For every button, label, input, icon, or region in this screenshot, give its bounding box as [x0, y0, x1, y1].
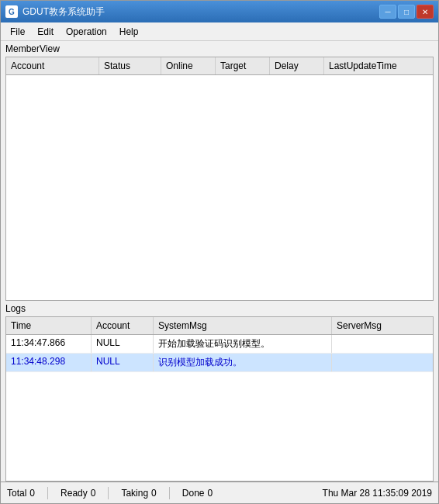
menu-help[interactable]: Help [113, 25, 145, 39]
ready-value: 0 [91, 488, 96, 499]
col-status: Status [99, 57, 161, 74]
title-bar-left: G GDUT教务系统助手 [5, 5, 105, 19]
member-table-header: Account Status Online Target Delay LastU… [6, 57, 433, 75]
status-total: Total 0 [7, 488, 35, 499]
col-account: Account [6, 57, 99, 74]
log-col-time: Time [6, 317, 92, 334]
col-online: Online [161, 57, 216, 74]
col-delay: Delay [270, 57, 324, 74]
ready-label: Ready [60, 488, 88, 499]
menu-operation[interactable]: Operation [60, 25, 113, 39]
member-table-body [6, 75, 433, 300]
log-cell: NULL [92, 354, 154, 371]
status-taking: Taking 0 [121, 488, 156, 499]
col-target: Target [216, 57, 270, 74]
status-ready: Ready 0 [60, 488, 95, 499]
status-bar: Total 0 Ready 0 Taking 0 Done 0 Thu Mar … [1, 482, 438, 503]
taking-value: 0 [151, 488, 157, 499]
log-cell: 识别模型加载成功。 [154, 354, 332, 371]
title-bar: G GDUT教务系统助手 ─ □ ✕ [1, 1, 438, 22]
status-datetime: Thu Mar 28 11:35:09 2019 [323, 488, 432, 499]
datetime-text: Thu Mar 28 11:35:09 2019 [323, 488, 432, 499]
done-value: 0 [207, 488, 213, 499]
member-view-section: MemberView Account Status Online Target … [1, 41, 438, 301]
minimize-button[interactable]: ─ [379, 5, 396, 19]
log-cell [332, 335, 433, 353]
member-table: Account Status Online Target Delay LastU… [5, 57, 434, 301]
log-col-account: Account [92, 317, 154, 334]
close-button[interactable]: ✕ [417, 5, 434, 19]
log-cell: 开始加载验证码识别模型。 [154, 335, 332, 353]
log-row: 11:34:48.298NULL识别模型加载成功。 [6, 354, 433, 372]
total-label: Total [7, 488, 26, 499]
log-cell: 11:34:48.298 [6, 354, 92, 371]
menu-file[interactable]: File [4, 25, 31, 39]
status-done: Done 0 [182, 488, 213, 499]
log-row: 11:34:47.866NULL开始加载验证码识别模型。 [6, 335, 433, 354]
log-col-systemmsg: SystemMsg [154, 317, 332, 334]
logs-section: Logs Time Account SystemMsg ServerMsg 11… [1, 301, 438, 482]
taking-label: Taking [121, 488, 148, 499]
log-cell: 11:34:47.866 [6, 335, 92, 353]
window-title: GDUT教务系统助手 [22, 5, 105, 19]
logs-table-header: Time Account SystemMsg ServerMsg [6, 317, 433, 335]
log-col-servermsg: ServerMsg [332, 317, 433, 334]
done-label: Done [182, 488, 205, 499]
maximize-button[interactable]: □ [398, 5, 415, 19]
member-view-label: MemberView [1, 41, 438, 57]
divider-3 [169, 487, 170, 499]
divider-1 [47, 487, 48, 499]
logs-table-body: 11:34:47.866NULL开始加载验证码识别模型。11:34:48.298… [6, 335, 433, 481]
logs-table: Time Account SystemMsg ServerMsg 11:34:4… [5, 316, 434, 482]
menu-edit[interactable]: Edit [31, 25, 60, 39]
log-cell: NULL [92, 335, 154, 353]
title-bar-buttons: ─ □ ✕ [379, 5, 434, 19]
log-cell [332, 354, 433, 371]
divider-2 [108, 487, 109, 499]
logs-label: Logs [1, 301, 438, 316]
app-icon: G [5, 5, 18, 18]
col-lastupdatetime: LastUpdateTime [324, 57, 433, 74]
main-window: G GDUT教务系统助手 ─ □ ✕ File Edit Operation H… [0, 0, 439, 504]
total-value: 0 [29, 488, 35, 499]
menu-bar: File Edit Operation Help [1, 22, 438, 41]
